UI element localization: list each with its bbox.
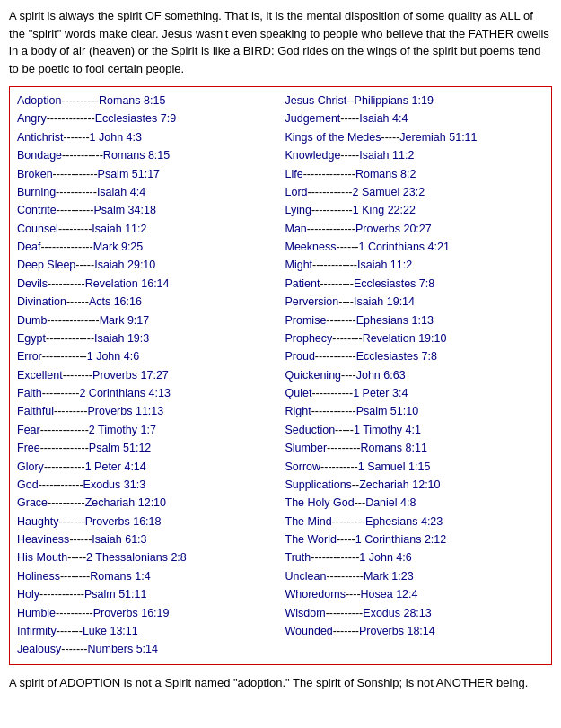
list-item: Wisdom----------Exodus 28:13 (285, 605, 545, 622)
list-item: Whoredoms----Hosea 12:4 (285, 586, 545, 603)
list-item: Slumber---------Romans 8:11 (285, 440, 545, 457)
list-item: Bondage-----------Romans 8:15 (17, 147, 276, 164)
list-item: Kings of the Medes-----Jeremiah 51:11 (285, 129, 545, 146)
list-item: Might------------Isaiah 11:2 (285, 257, 545, 274)
list-item: Judgement-----Isaiah 4:4 (285, 110, 545, 127)
list-item: Counsel---------Isaiah 11:2 (17, 221, 276, 238)
list-item: Perversion----Isaiah 19:14 (285, 294, 545, 311)
list-item: Lying-----------1 King 22:22 (285, 202, 545, 219)
list-item: Seduction-----1 Timothy 4:1 (285, 422, 545, 439)
list-item: Faithful---------Proverbs 11:13 (17, 403, 276, 420)
list-item: Glory-----------1 Peter 4:14 (17, 459, 276, 476)
list-item: Infirmity-------Luke 13:11 (17, 623, 276, 640)
list-item: Life--------------Romans 8:2 (285, 166, 545, 183)
list-item: Meekness------1 Corinthians 4:21 (285, 239, 545, 256)
list-item: Wounded-------Proverbs 18:14 (285, 623, 545, 640)
list-item: Broken------------Psalm 51:17 (17, 166, 276, 183)
list-item: Unclean----------Mark 1:23 (285, 568, 545, 585)
list-item: Deep Sleep-----Isaiah 29:10 (17, 257, 276, 274)
list-item: Deaf--------------Mark 9:25 (17, 239, 276, 256)
list-item: His Mouth-----2 Thessalonians 2:8 (17, 549, 276, 566)
list-item: Fear-------------2 Timothy 1:7 (17, 422, 276, 439)
list-item: Right------------Psalm 51:10 (285, 403, 545, 420)
list-item: Jealousy-------Numbers 5:14 (17, 641, 276, 658)
list-item: God------------Exodus 31:3 (17, 477, 276, 494)
list-item: Burning-----------Isaiah 4:4 (17, 184, 276, 201)
columns-container: Adoption----------Romans 8:15Angry------… (17, 92, 544, 659)
intro-paragraph: A spirit is always the spirit OF somethi… (9, 7, 552, 77)
list-item: Patient---------Ecclesiastes 7:8 (285, 276, 545, 293)
list-item: Sorrow----------1 Samuel 1:15 (285, 459, 545, 476)
right-column: Jesus Christ--Philippians 1:19Judgement-… (285, 92, 545, 659)
list-item: Angry-------------Ecclesiastes 7:9 (17, 110, 276, 127)
list-item: Haughty-------Proverbs 16:18 (17, 513, 276, 531)
list-item: Quiet-----------1 Peter 3:4 (285, 385, 545, 402)
list-item: Supplications--Zechariah 12:10 (285, 477, 545, 494)
list-item: Contrite----------Psalm 34:18 (17, 202, 276, 219)
list-item: Prophecy--------Revelation 19:10 (285, 330, 545, 347)
list-item: Lord------------2 Samuel 23:2 (285, 184, 545, 201)
reference-table: Adoption----------Romans 8:15Angry------… (9, 86, 552, 665)
list-item: Excellent--------Proverbs 17:27 (17, 367, 276, 384)
list-item: The Mind---------Ephesians 4:23 (285, 513, 545, 531)
list-item: Antichrist-------1 John 4:3 (17, 129, 276, 146)
list-item: Free-------------Psalm 51:12 (17, 440, 276, 457)
list-item: Devils----------Revelation 16:14 (17, 276, 276, 293)
list-item: Dumb--------------Mark 9:17 (17, 312, 276, 329)
list-item: Humble----------Proverbs 16:19 (17, 605, 276, 622)
list-item: Jesus Christ--Philippians 1:19 (285, 92, 545, 110)
list-item: Truth-------------1 John 4:6 (285, 549, 545, 566)
list-item: Promise--------Ephesians 1:13 (285, 312, 545, 329)
list-item: The World-----1 Corinthians 2:12 (285, 531, 545, 548)
list-item: Man-------------Proverbs 20:27 (285, 221, 545, 238)
list-item: Quickening----John 6:63 (285, 367, 545, 384)
list-item: Adoption----------Romans 8:15 (17, 92, 276, 110)
list-item: Heaviness------Isaiah 61:3 (17, 531, 276, 548)
list-item: Holy------------Psalm 51:11 (17, 586, 276, 603)
footer-paragraph: A spirit of ADOPTION is not a Spirit nam… (9, 674, 552, 692)
list-item: Faith----------2 Corinthians 4:13 (17, 385, 276, 402)
list-item: Grace----------Zechariah 12:10 (17, 495, 276, 512)
list-item: Holiness--------Romans 1:4 (17, 568, 276, 585)
list-item: Proud-----------Ecclesiastes 7:8 (285, 348, 545, 365)
list-item: Divination------Acts 16:16 (17, 294, 276, 311)
list-item: Error------------1 John 4:6 (17, 348, 276, 365)
left-column: Adoption----------Romans 8:15Angry------… (17, 92, 276, 659)
list-item: Knowledge-----Isaiah 11:2 (285, 147, 545, 164)
list-item: The Holy God---Daniel 4:8 (285, 495, 545, 512)
list-item: Egypt-------------Isaiah 19:3 (17, 330, 276, 347)
